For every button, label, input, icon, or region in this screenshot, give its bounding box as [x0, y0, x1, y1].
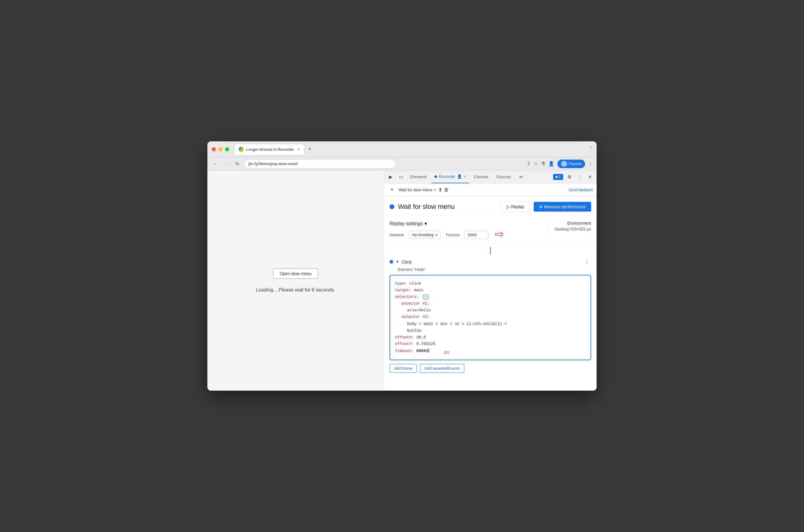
- devtools-toolbar: ▶ ▭ Elements Recorder 👤 × Console Source…: [384, 171, 597, 183]
- tab-more[interactable]: ≫: [516, 171, 526, 183]
- step-connector: [384, 247, 597, 255]
- bookmark-icon[interactable]: ☆: [534, 161, 538, 167]
- devtools-more-icon[interactable]: ⋮: [575, 173, 584, 181]
- recorder-header-icons: ⬆ 🗑: [438, 187, 449, 193]
- device-icon[interactable]: ▭: [397, 173, 405, 181]
- network-label: Network: [390, 232, 404, 237]
- tab-recorder[interactable]: Recorder 👤 ×: [431, 171, 469, 183]
- active-tab[interactable]: Longer timeout in Recorder ×: [234, 144, 304, 155]
- menu-icon[interactable]: ⋮: [588, 161, 593, 167]
- timeout-label: Timeout: [446, 232, 460, 237]
- step-expand-chevron-icon[interactable]: ▼: [396, 260, 399, 264]
- paused-badge[interactable]: Paused: [557, 159, 585, 168]
- timeout-red-arrow-annotation: ⇦: [495, 228, 504, 241]
- recording-title: Wait for slow menu: [398, 203, 497, 211]
- address-icons: ⇧ ☆ ⚗ 👤 Paused ⋮: [527, 159, 593, 168]
- profile-icon[interactable]: 👤: [548, 161, 554, 167]
- code-timeout-val-container: 6000 🗑 ⇦: [416, 347, 430, 355]
- paused-avatar: [561, 161, 567, 167]
- add-recording-btn[interactable]: +: [388, 186, 396, 194]
- env-title: Environment: [555, 221, 591, 226]
- forward-btn[interactable]: →: [222, 159, 230, 168]
- devtools-close-icon[interactable]: ✕: [586, 173, 594, 181]
- measure-performance-btn[interactable]: ⊕ Measure performance: [534, 202, 591, 212]
- step-header: ▼ Click ⋮: [390, 258, 591, 266]
- code-type-key: type:: [395, 281, 407, 286]
- address-text: jec.fyi/demo/pup-slow-result: [248, 162, 297, 166]
- recorder-dot: [434, 175, 437, 178]
- recorder-header: + Wait for slow menu ▾ ⬆ 🗑 Send feedback: [384, 183, 597, 197]
- replay-btn[interactable]: ▷ Replay: [501, 202, 530, 212]
- code-timeout-val: 6000: [416, 348, 426, 355]
- send-feedback-link[interactable]: Send feedback: [569, 188, 593, 192]
- new-tab-btn[interactable]: +: [305, 145, 314, 153]
- share-icon[interactable]: ⇧: [527, 161, 531, 167]
- settings-left: Replay settings ▾ Network No throttling …: [390, 221, 540, 239]
- code-timeout-key: timeout:: [395, 349, 414, 353]
- window-chevron: ˅: [590, 146, 592, 153]
- tab-close-btn[interactable]: ×: [298, 147, 300, 151]
- maximize-traffic-light[interactable]: [225, 147, 229, 151]
- code-s1-val: aria/Hello: [395, 307, 586, 314]
- settings-gear-icon[interactable]: ⚙: [565, 173, 574, 181]
- content-area: Open slow menu Loading... Please wait fo…: [207, 171, 597, 391]
- network-chevron-icon: ▾: [435, 233, 437, 237]
- timeout-input-container: ⇦: [464, 231, 489, 239]
- close-traffic-light[interactable]: [212, 147, 216, 151]
- title-bar: Longer timeout in Recorder × + ˅: [207, 141, 597, 157]
- settings-and-env: Replay settings ▾ Network No throttling …: [390, 221, 591, 239]
- settings-row: Network No throttling ▾ Timeout ⇦: [390, 231, 540, 239]
- replay-settings-section: Replay settings ▾ Network No throttling …: [384, 216, 597, 244]
- dropdown-chevron-icon: ▾: [434, 188, 436, 192]
- code-offsety-val: 9.703125: [414, 342, 435, 346]
- replay-settings-title: Replay settings: [390, 221, 423, 227]
- code-offsety-key: offsetY:: [395, 342, 414, 346]
- recorder-tab-close[interactable]: ×: [464, 174, 466, 179]
- tab-bar: Longer timeout in Recorder × +: [234, 144, 586, 155]
- tab-elements[interactable]: Elements: [407, 171, 430, 183]
- settings-env-divider: [547, 221, 547, 239]
- minimize-traffic-light[interactable]: [218, 147, 223, 151]
- mac-window: Longer timeout in Recorder × + ˅ ← → ↻ j…: [207, 141, 597, 391]
- address-input[interactable]: jec.fyi/demo/pup-slow-result: [244, 159, 396, 168]
- add-frame-btn[interactable]: Add frame: [390, 364, 417, 373]
- code-target-key: target:: [395, 288, 412, 292]
- tab-console[interactable]: Console: [471, 171, 491, 183]
- loading-text: Loading... Please wait for 6 seconds.: [256, 287, 335, 293]
- timeout-input[interactable]: [464, 231, 489, 239]
- paused-label: Paused: [569, 162, 581, 166]
- recorder-tab-icon: 👤: [457, 174, 462, 179]
- back-btn[interactable]: ←: [211, 159, 220, 168]
- step-more-btn[interactable]: ⋮: [583, 258, 591, 266]
- delete-recording-icon[interactable]: 🗑: [444, 187, 449, 193]
- browser-page: Open slow menu Loading... Please wait fo…: [207, 171, 384, 391]
- delete-timeout-icon[interactable]: 🗑: [426, 347, 430, 355]
- selector-icon[interactable]: □: [423, 294, 428, 300]
- traffic-lights: [212, 147, 229, 151]
- code-offsetx-val: 30.5: [414, 335, 426, 340]
- export-recording-icon[interactable]: ⬆: [438, 187, 442, 193]
- network-throttling-dropdown[interactable]: No throttling ▾: [409, 231, 441, 239]
- replay-settings-header: Replay settings ▾: [390, 221, 540, 227]
- steps-area: ▼ Click ⋮ Element "Hello" type: click ta…: [384, 244, 597, 391]
- open-slow-menu-btn[interactable]: Open slow menu: [273, 268, 318, 279]
- chat-badge[interactable]: ■ 1: [553, 174, 563, 180]
- step-actions: Add frame Add assertedEvents: [390, 364, 591, 373]
- reload-btn[interactable]: ↻: [233, 159, 241, 168]
- click-step: ▼ Click ⋮ Element "Hello" type: click ta…: [384, 255, 597, 375]
- recording-title-row: Wait for slow menu ▷ Replay ⊕ Measure pe…: [384, 197, 597, 216]
- inspector-icon[interactable]: ▶: [387, 173, 395, 181]
- env-value: Desktop 535×622 px: [555, 227, 591, 231]
- replay-settings-chevron-icon[interactable]: ▾: [425, 221, 427, 227]
- step-element-desc: Element "Hello": [398, 267, 591, 272]
- tab-favicon: [239, 147, 244, 152]
- code-target-val: main: [412, 288, 424, 292]
- code-type-val: click: [407, 281, 421, 286]
- environment-section: Environment Desktop 535×622 px: [555, 221, 591, 231]
- extension-icon[interactable]: ⚗: [541, 161, 545, 167]
- tab-sources[interactable]: Sources: [493, 171, 514, 183]
- recording-name-dropdown[interactable]: Wait for slow menu ▾: [399, 188, 436, 192]
- step-timeout-red-arrow-annotation: ⇦: [444, 345, 449, 361]
- add-asserted-events-btn[interactable]: Add assertedEvents: [420, 364, 464, 373]
- code-s2-val1: body > main > div > ul > li:nth-child(1)…: [395, 321, 586, 327]
